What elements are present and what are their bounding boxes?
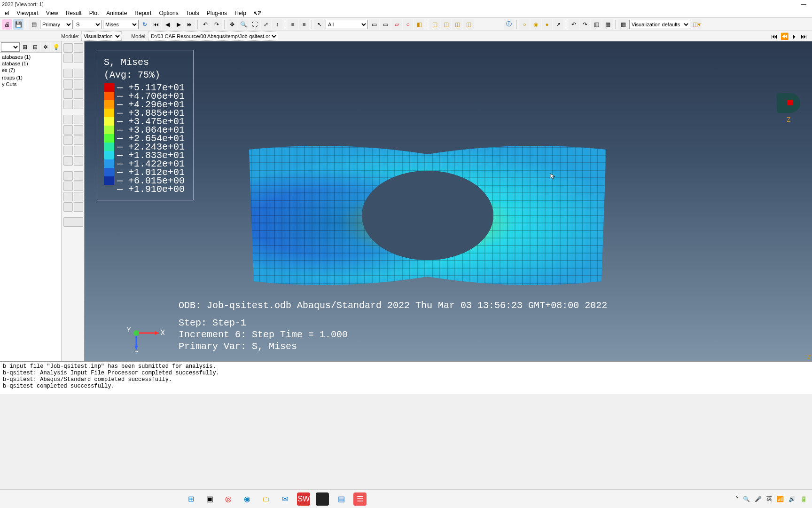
box-icon[interactable]: ◧	[414, 19, 424, 30]
menu-viewport[interactable]: Viewport	[13, 10, 42, 16]
render-style-icon[interactable]: ▦	[618, 19, 628, 30]
toolbox-btn[interactable]	[74, 100, 83, 109]
menu-tools[interactable]: Tools	[182, 10, 203, 16]
view-triad[interactable]: Z	[774, 93, 803, 131]
save-icon[interactable]: 💾	[13, 19, 23, 30]
windows-taskbar[interactable]: ⊞ ▣ ◎ ◉ 🗀 ✉ SW ▤ ☰ ˄ 🔍 🎤 英 📶 🔊 🔋	[0, 489, 812, 508]
toolbox-btn[interactable]	[63, 171, 73, 181]
explorer-icon[interactable]: 🗀	[259, 492, 273, 506]
toolbox-btn[interactable]	[74, 182, 83, 191]
last-frame-icon[interactable]: ⏭	[185, 19, 195, 30]
undo2-icon[interactable]: ↶	[569, 19, 579, 30]
select-poly-icon[interactable]: ▱	[391, 19, 402, 30]
chart-icon[interactable]: ▥	[591, 19, 601, 30]
tray-volume-icon[interactable]: 🔊	[789, 496, 796, 502]
circle3-icon[interactable]: ●	[542, 19, 552, 30]
layers-icon[interactable]: ▤	[29, 19, 39, 30]
triad-rotation-icon[interactable]	[777, 93, 800, 113]
refresh-icon[interactable]: ↻	[140, 19, 150, 30]
toolbox-btn[interactable]	[74, 171, 83, 181]
toolbox-btn[interactable]	[63, 43, 73, 53]
menu-animate[interactable]: Animate	[102, 10, 131, 16]
tree-node[interactable]: atabase (1)	[2, 60, 60, 67]
tray-wifi-icon[interactable]: 📶	[777, 496, 784, 502]
iso4-icon[interactable]: ◫	[463, 19, 474, 30]
toolbox-btn[interactable]	[74, 69, 83, 78]
variable-component-select[interactable]: Mises	[103, 20, 139, 29]
tree-expand-icon[interactable]: ⊞	[21, 42, 30, 52]
select-circle-icon[interactable]: ○	[403, 19, 413, 30]
system-tray[interactable]: ˄ 🔍 🎤 英 📶 🔊 🔋	[735, 495, 807, 503]
print-icon[interactable]: 🖨	[2, 19, 12, 30]
toolbox-btn[interactable]	[63, 115, 73, 124]
tree-node[interactable]: atabases (1)	[2, 54, 60, 60]
path-icon[interactable]: ↗	[553, 19, 563, 30]
terminal-icon[interactable]	[316, 492, 329, 506]
toolbox-btn[interactable]	[63, 54, 73, 63]
toolbox-btn[interactable]	[63, 182, 73, 191]
tree-node[interactable]: roups (1)	[2, 74, 60, 81]
toolbox-btn[interactable]	[63, 89, 73, 99]
toolbox-btn[interactable]	[74, 89, 83, 99]
model-tree[interactable]: atabases (1) atabase (1) es (7) roups (1…	[0, 53, 62, 88]
toolbox-btn[interactable]	[63, 202, 73, 212]
anim-first-icon[interactable]: ⏮	[771, 32, 778, 40]
edge-icon[interactable]: ◉	[241, 492, 254, 506]
first-frame-icon[interactable]: ⏮	[151, 19, 161, 30]
toolbox-btn[interactable]	[74, 135, 83, 145]
iso2-icon[interactable]: ◫	[441, 19, 451, 30]
variable-type-select[interactable]: Primary	[40, 20, 73, 29]
toolbox-btn[interactable]	[63, 125, 73, 135]
toolbox-btn[interactable]	[74, 115, 83, 124]
zoom-box-icon[interactable]: ⛶	[250, 19, 260, 30]
tray-ime-icon[interactable]: 英	[766, 495, 772, 503]
menu-view[interactable]: View	[42, 10, 62, 16]
zoom-icon[interactable]: 🔍	[238, 19, 249, 30]
tray-search-icon[interactable]: 🔍	[743, 496, 750, 502]
menu-el[interactable]: el	[1, 10, 13, 16]
tray-chevron-icon[interactable]: ˄	[735, 496, 738, 502]
start-icon[interactable]: ⊞	[184, 492, 197, 506]
tree-bulb-icon[interactable]: 💡	[51, 42, 61, 52]
prev-frame-icon[interactable]: ◀	[162, 19, 172, 30]
task-view-icon[interactable]: ▣	[203, 492, 216, 506]
menu-options[interactable]: Options	[155, 10, 182, 16]
pointer-icon[interactable]: ↖	[314, 19, 325, 30]
tree-node[interactable]: es (7)	[2, 67, 60, 73]
render-defaults-select[interactable]: Visualization defaults	[629, 20, 690, 29]
toolbox-btn[interactable]	[74, 54, 83, 63]
iso1-icon[interactable]: ◫	[429, 19, 440, 30]
menu-result[interactable]: Result	[62, 10, 86, 16]
app3-icon[interactable]: ☰	[353, 492, 367, 506]
anim-prev-icon[interactable]: ⏪	[781, 32, 789, 40]
menu-plugins[interactable]: Plug-ins	[203, 10, 231, 16]
align-left-icon[interactable]: ≡	[288, 19, 298, 30]
toolbox-btn[interactable]	[74, 79, 83, 88]
toolbox-btn[interactable]	[74, 202, 83, 212]
toolbox-btn[interactable]	[74, 192, 83, 201]
toolbox-btn[interactable]	[74, 156, 83, 166]
iso3-icon[interactable]: ◫	[452, 19, 462, 30]
anim-last-icon[interactable]: ⏭	[801, 32, 807, 40]
tree-collapse-icon[interactable]: ⊟	[31, 42, 40, 52]
grid-icon[interactable]: ▦	[602, 19, 613, 30]
mail-icon[interactable]: ✉	[278, 492, 291, 506]
next-frame-icon[interactable]: ▶	[173, 19, 184, 30]
minimize-button[interactable]: —	[797, 1, 810, 8]
toolbox-btn[interactable]	[74, 125, 83, 135]
tray-battery-icon[interactable]: 🔋	[800, 496, 807, 502]
toolbox-btn[interactable]	[63, 156, 73, 166]
message-area[interactable]: b input file "Job-qsitest.inp" has been …	[0, 361, 812, 394]
selection-filter-select[interactable]: All	[326, 20, 368, 29]
select-box-icon[interactable]: ▭	[369, 19, 379, 30]
redo2-icon[interactable]: ↷	[580, 19, 590, 30]
app2-icon[interactable]: ▤	[335, 492, 348, 506]
tree-filter-select[interactable]	[1, 42, 20, 52]
undo-icon[interactable]: ↶	[200, 19, 211, 30]
select-add-icon[interactable]: ▭	[380, 19, 390, 30]
toolbox-btn[interactable]	[63, 135, 73, 145]
pan-icon[interactable]: ✥	[227, 19, 237, 30]
toolbox-btn[interactable]	[63, 79, 73, 88]
context-help-icon[interactable]: ↖?	[253, 10, 261, 16]
viewport[interactable]: S, Mises (Avg: 75%) — +5.117e+01— +4.706…	[85, 41, 812, 361]
